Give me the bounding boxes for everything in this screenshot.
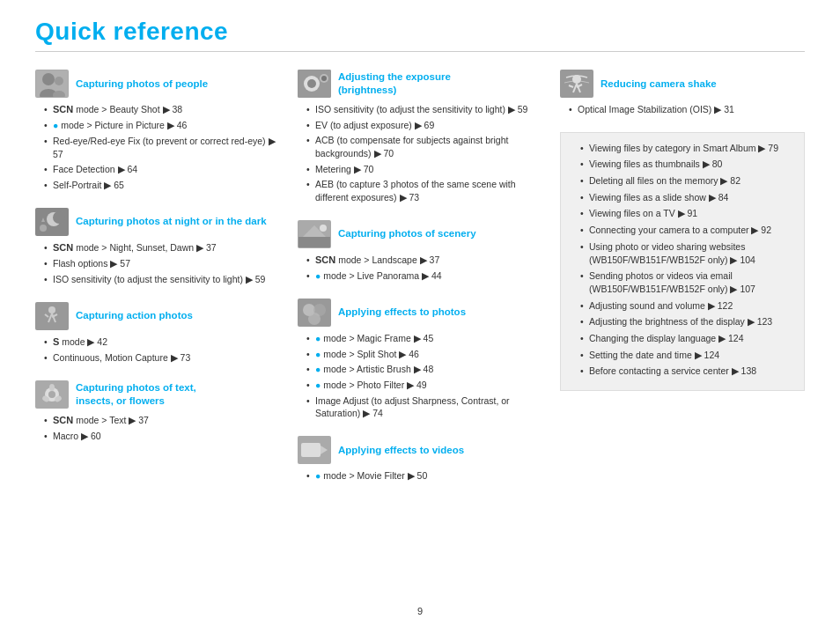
section-title-text: Capturing photos of text,insects, or flo… <box>76 381 196 408</box>
icon-exposure <box>298 70 331 98</box>
page-container: Quick reference Capturing <box>0 0 840 534</box>
list-item: SCN mode > Text ▶ 37 <box>44 414 280 427</box>
svg-point-1 <box>42 73 55 85</box>
section-applying-video-effects: Applying effects to videos ● mode > Movi… <box>298 436 542 483</box>
scn-label: SCN <box>53 242 73 253</box>
scn-label: SCN <box>53 415 73 425</box>
list-item: Image Adjust (to adjust Sharpness, Contr… <box>306 394 542 420</box>
left-column: Capturing photos of people SCN mode > Be… <box>35 70 289 498</box>
section-applying-effects: Applying effects to photos ● mode > Magi… <box>298 299 542 420</box>
list-item: ● mode > Live Panorama ▶ 44 <box>306 269 542 283</box>
info-box: Viewing files by category in Smart Album… <box>560 132 805 391</box>
svg-point-18 <box>48 391 55 398</box>
list-item: Changing the display language ▶ 124 <box>580 332 793 345</box>
list-item: Deleting all files on the memory ▶ 82 <box>580 174 793 188</box>
icon-people <box>35 70 69 98</box>
svg-point-24 <box>307 79 316 88</box>
section-capturing-scenery: Capturing photos of scenery SCN mode > L… <box>298 220 542 283</box>
list-item: ● mode > Magic Frame ▶ 45 <box>306 332 542 345</box>
svg-point-19 <box>49 384 55 391</box>
list-item: ● mode > Picture in Picture ▶ 46 <box>44 119 280 132</box>
list-item: ● mode > Split Shot ▶ 46 <box>306 348 542 361</box>
section-adjusting-exposure: Adjusting the exposure(brightness) ISO s… <box>298 70 542 204</box>
list-item: Viewing files as a slide show ▶ 84 <box>580 191 793 204</box>
section-title-night: Capturing photos at night or in the dark <box>76 215 267 228</box>
svg-point-34 <box>308 313 321 325</box>
list-item: Viewing files on a TV ▶ 91 <box>580 207 793 220</box>
list-item: S mode ▶ 42 <box>44 335 280 349</box>
svg-point-11 <box>48 306 55 313</box>
list-item: Sending photos or videos via email (WB15… <box>580 269 793 295</box>
list-exposure: ISO sensitivity (to adjust the sensitivi… <box>298 103 542 204</box>
list-item: SCN mode > Landscape ▶ 37 <box>306 254 542 267</box>
list-item: Self-Portrait ▶ 65 <box>44 179 280 192</box>
middle-column: Adjusting the exposure(brightness) ISO s… <box>289 70 551 498</box>
list-item: SCN mode > Beauty Shot ▶ 38 <box>44 103 280 116</box>
icon-action <box>35 302 69 330</box>
section-capturing-text: Capturing photos of text,insects, or flo… <box>35 380 280 443</box>
list-item: Red-eye/Red-eye Fix (to prevent or corre… <box>44 135 280 160</box>
main-columns: Capturing photos of people SCN mode > Be… <box>35 70 805 498</box>
section-header-video-effects: Applying effects to videos <box>298 436 542 464</box>
list-video-effects: ● mode > Movie Filter ▶ 50 <box>298 469 542 483</box>
title-divider <box>35 51 805 52</box>
list-people: SCN mode > Beauty Shot ▶ 38 ● mode > Pic… <box>35 103 280 192</box>
section-capturing-action: Capturing action photos S mode ▶ 42 Cont… <box>35 302 280 365</box>
list-item: Flash options ▶ 57 <box>44 257 280 270</box>
list-item: Adjusting the brightness of the display … <box>580 315 793 328</box>
s-label: S <box>53 336 59 347</box>
svg-rect-28 <box>298 237 330 247</box>
scn-label: SCN <box>53 104 73 114</box>
list-effects: ● mode > Magic Frame ▶ 45 ● mode > Split… <box>298 332 542 420</box>
list-text: SCN mode > Text ▶ 37 Macro ▶ 60 <box>35 414 280 443</box>
icon-shake <box>560 70 593 98</box>
icon-scenery <box>298 220 331 248</box>
list-item: AEB (to capture 3 photos of the same sce… <box>306 178 542 203</box>
section-header-text: Capturing photos of text,insects, or flo… <box>35 380 280 409</box>
section-header-effects: Applying effects to photos <box>298 299 542 327</box>
list-scenery: SCN mode > Landscape ▶ 37 ● mode > Live … <box>298 254 542 283</box>
section-header-scenery: Capturing photos of scenery <box>298 220 542 248</box>
right-column: Reducing camera shake Optical Image Stab… <box>551 70 805 498</box>
list-item: Viewing files by category in Smart Album… <box>580 142 793 155</box>
list-item: Using photo or video sharing websites (W… <box>580 240 793 266</box>
svg-point-8 <box>40 225 47 232</box>
svg-point-3 <box>55 77 63 85</box>
section-title-shake: Reducing camera shake <box>601 77 717 91</box>
svg-point-26 <box>321 76 327 81</box>
list-item: Face Detection ▶ 64 <box>44 163 280 176</box>
icon-night <box>35 208 69 236</box>
list-item: ● mode > Movie Filter ▶ 50 <box>306 469 542 483</box>
list-action: S mode ▶ 42 Continuous, Motion Capture ▶… <box>35 335 280 365</box>
section-title-scenery: Capturing photos of scenery <box>338 227 476 240</box>
list-item: EV (to adjust exposure) ▶ 69 <box>306 119 542 132</box>
section-header-exposure: Adjusting the exposure(brightness) <box>298 70 542 98</box>
page-number: 9 <box>0 606 840 616</box>
list-item: Viewing files as thumbnails ▶ 80 <box>580 158 793 171</box>
list-item: ISO sensitivity (to adjust the sensitivi… <box>44 273 280 286</box>
section-header-action: Capturing action photos <box>35 302 280 330</box>
icon-video <box>298 436 331 464</box>
section-reducing-shake: Reducing camera shake Optical Image Stab… <box>560 70 805 116</box>
list-item: Adjusting sound and volume ▶ 122 <box>580 299 793 313</box>
svg-point-30 <box>320 225 327 232</box>
list-item: ISO sensitivity (to adjust the sensitivi… <box>306 103 542 116</box>
list-item: ● mode > Photo Filter ▶ 49 <box>306 379 542 392</box>
section-title-exposure: Adjusting the exposure(brightness) <box>338 70 451 97</box>
list-item: SCN mode > Night, Sunset, Dawn ▶ 37 <box>44 241 280 254</box>
list-item: ● mode > Artistic Brush ▶ 48 <box>306 363 542 376</box>
info-box-list: Viewing files by category in Smart Album… <box>571 142 793 378</box>
section-title-video-effects: Applying effects to videos <box>338 444 464 457</box>
list-item: Metering ▶ 70 <box>306 163 542 176</box>
section-header-people: Capturing photos of people <box>35 70 280 98</box>
list-night: SCN mode > Night, Sunset, Dawn ▶ 37 Flas… <box>35 241 280 286</box>
list-shake: Optical Image Stabilization (OIS) ▶ 31 <box>560 103 805 116</box>
list-item: Before contacting a service center ▶ 138 <box>580 365 793 378</box>
section-capturing-night: Capturing photos at night or in the dark… <box>35 208 280 286</box>
icon-effects <box>298 299 331 327</box>
section-header-night: Capturing photos at night or in the dark <box>35 208 280 236</box>
list-item: Setting the date and time ▶ 124 <box>580 349 793 362</box>
list-item: ACB (to compensate for subjects against … <box>306 134 542 159</box>
list-item: Macro ▶ 60 <box>44 430 280 443</box>
svg-rect-36 <box>301 443 321 457</box>
